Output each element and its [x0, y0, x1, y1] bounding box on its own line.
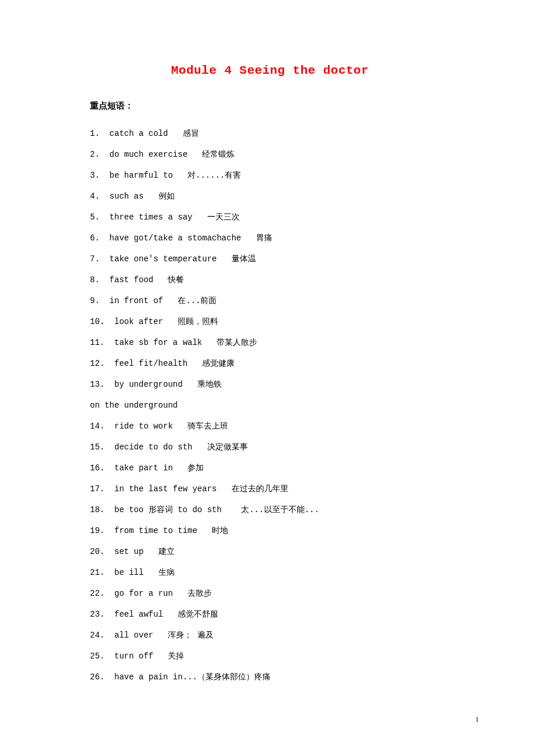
vocabulary-item: 2. do much exercise 经常锻炼 [90, 144, 450, 165]
vocabulary-item: 24. all over 浑身； 遍及 [90, 625, 450, 646]
vocabulary-item: 13. by underground 乘地铁 [90, 374, 450, 395]
vocabulary-item: 4. such as 例如 [90, 186, 450, 207]
module-title: Module 4 Seeing the doctor [90, 64, 450, 77]
vocabulary-item: 15. decide to do sth 决定做某事 [90, 437, 450, 458]
vocabulary-item: 5. three times a say 一天三次 [90, 207, 450, 228]
vocabulary-item: 18. be too 形容词 to do sth 太...以至于不能... [90, 499, 450, 520]
section-title: 重点短语： [90, 100, 450, 111]
vocabulary-item: 16. take part in 参加 [90, 458, 450, 478]
vocabulary-item: 10. look after 照顾，照料 [90, 311, 450, 332]
vocabulary-list: 1. catch a cold 感冒2. do much exercise 经常… [90, 123, 450, 687]
vocabulary-item: 22. go for a run 去散步 [90, 583, 450, 604]
vocabulary-item: 21. be ill 生病 [90, 562, 450, 583]
vocabulary-item: 23. feel awful 感觉不舒服 [90, 604, 450, 625]
document-page: Module 4 Seeing the doctor 重点短语： 1. catc… [0, 0, 534, 711]
vocabulary-item: 11. take sb for a walk 带某人散步 [90, 332, 450, 353]
vocabulary-item: 1. catch a cold 感冒 [90, 123, 450, 144]
vocabulary-item: 12. feel fit/health 感觉健康 [90, 353, 450, 374]
vocabulary-item: 14. ride to work 骑车去上班 [90, 416, 450, 437]
vocabulary-item: 25. turn off 关掉 [90, 646, 450, 667]
vocabulary-item: 9. in front of 在...前面 [90, 290, 450, 311]
vocabulary-item: 6. have got/take a stomachache 胃痛 [90, 228, 450, 249]
vocabulary-item: 17. in the last few years 在过去的几年里 [90, 478, 450, 499]
vocabulary-item: 19. from time to time 时地 [90, 520, 450, 541]
vocabulary-item: 7. take one's temperature 量体温 [90, 249, 450, 269]
vocabulary-subitem: on the underground [90, 395, 450, 416]
vocabulary-item: 20. set up 建立 [90, 541, 450, 562]
vocabulary-item: 3. be harmful to 对......有害 [90, 165, 450, 186]
vocabulary-item: 8. fast food 快餐 [90, 269, 450, 290]
page-number: 1 [475, 715, 479, 724]
vocabulary-item: 26. have a pain in...（某身体部位）疼痛 [90, 667, 450, 687]
